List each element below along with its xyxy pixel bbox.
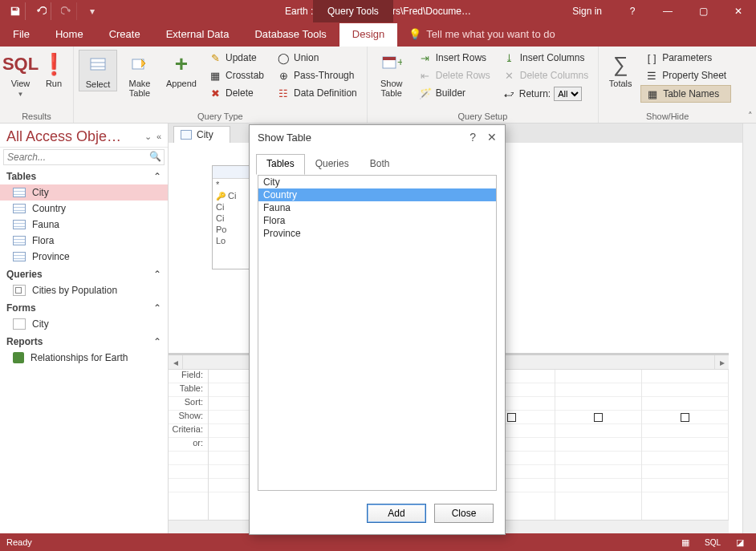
- nav-query-cities-by-population[interactable]: Cities by Population: [0, 282, 168, 298]
- tab-design[interactable]: Design: [339, 23, 397, 47]
- nav-title[interactable]: All Access Obje…: [6, 128, 121, 145]
- return-select[interactable]: All: [554, 87, 582, 101]
- list-item[interactable]: City: [258, 176, 496, 188]
- table-icon: [13, 204, 26, 213]
- add-button[interactable]: Add: [367, 504, 426, 523]
- dialog-tab-queries[interactable]: Queries: [305, 154, 360, 175]
- nav-table-flora[interactable]: Flora: [0, 233, 168, 249]
- collapse-icon: ⌃: [153, 269, 161, 280]
- insert-rows-button[interactable]: ⇥Insert Rows: [414, 50, 495, 66]
- return-icon: ⮐: [503, 87, 516, 100]
- help-icon[interactable]: ?: [615, 0, 650, 22]
- show-checkbox[interactable]: [594, 413, 603, 422]
- datadef-icon: ☷: [277, 87, 290, 99]
- nav-table-country[interactable]: Country: [0, 201, 168, 217]
- view-datasheet-icon[interactable]: ▦: [676, 535, 695, 549]
- redo-icon[interactable]: [56, 2, 77, 20]
- nav-collapse-icon[interactable]: «: [156, 132, 161, 142]
- data-definition-button[interactable]: ☷Data Definition: [272, 85, 362, 101]
- nav-group-forms[interactable]: Forms⌃: [0, 298, 168, 316]
- sign-in-link[interactable]: Sign in: [559, 6, 615, 17]
- document-tab-city[interactable]: City: [173, 126, 230, 143]
- list-item[interactable]: Country: [258, 188, 496, 201]
- show-checkbox[interactable]: [507, 413, 516, 422]
- dialog-tab-tables[interactable]: Tables: [256, 154, 305, 175]
- tab-database-tools[interactable]: Database Tools: [242, 23, 339, 47]
- builder-button[interactable]: 🪄Builder: [414, 85, 495, 101]
- view-sql-icon[interactable]: SQL: [703, 535, 722, 549]
- append-button[interactable]: +Append: [162, 50, 201, 90]
- nav-report-relationships[interactable]: Relationships for Earth: [0, 350, 168, 366]
- crosstab-button[interactable]: ▦Crosstab: [204, 67, 269, 83]
- key-icon: 🔑: [216, 192, 226, 201]
- delete-cols-icon: ✕: [503, 69, 516, 82]
- scroll-left-icon[interactable]: ◂: [169, 355, 183, 369]
- nav-table-fauna[interactable]: Fauna: [0, 217, 168, 233]
- run-button[interactable]: ❗Run: [39, 50, 68, 90]
- totals-button[interactable]: ∑Totals: [604, 50, 637, 90]
- group-show-hide: ∑Totals [ ]Parameters ☰Property Sheet ▦T…: [599, 47, 736, 123]
- passthrough-button[interactable]: ⊕Pass-Through: [272, 67, 362, 83]
- delete-rows-button[interactable]: ⇤Delete Rows: [414, 67, 495, 83]
- table-icon: [13, 188, 26, 197]
- nav-group-tables[interactable]: Tables⌃: [0, 167, 168, 184]
- delete-rows-icon: ⇤: [419, 69, 432, 82]
- list-item[interactable]: Fauna: [258, 201, 496, 214]
- table-icon: [13, 252, 26, 261]
- scroll-right-icon[interactable]: ▸: [714, 355, 729, 369]
- svg-text:+: +: [397, 55, 402, 68]
- minimize-icon[interactable]: —: [650, 0, 685, 22]
- make-table-button[interactable]: Make Table: [120, 50, 159, 99]
- group-results: SQLView▼ ❗Run Results: [0, 47, 74, 123]
- report-icon: [13, 352, 24, 363]
- show-checkbox[interactable]: [681, 413, 689, 422]
- nav-group-reports[interactable]: Reports⌃: [0, 332, 168, 350]
- nav-search-input[interactable]: [3, 149, 165, 165]
- list-item[interactable]: Province: [258, 227, 496, 240]
- close-button[interactable]: Close: [434, 504, 494, 523]
- dialog-tab-both[interactable]: Both: [360, 154, 400, 175]
- collapse-icon: ⌃: [153, 171, 161, 182]
- delete-query-button[interactable]: ✖Delete: [204, 85, 269, 101]
- union-button[interactable]: ◯Union: [272, 50, 362, 66]
- dialog-close-icon[interactable]: ✕: [487, 131, 497, 144]
- nav-dropdown-icon[interactable]: ⌄: [144, 132, 152, 142]
- tab-create[interactable]: Create: [96, 23, 153, 47]
- vertical-scrollbar[interactable]: [742, 124, 756, 533]
- save-icon[interactable]: [5, 2, 26, 20]
- close-window-icon[interactable]: ✕: [721, 0, 756, 22]
- crosstab-icon: ▦: [209, 69, 222, 82]
- nav-table-city[interactable]: City: [0, 184, 168, 201]
- table-icon: [13, 220, 26, 229]
- select-query-button[interactable]: Select: [79, 50, 117, 91]
- ribbon-collapse-icon[interactable]: ˄: [748, 111, 753, 121]
- dialog-title: Show Table: [258, 132, 311, 144]
- tab-home[interactable]: Home: [43, 23, 96, 47]
- nav-form-city[interactable]: City: [0, 316, 168, 332]
- tab-external-data[interactable]: External Data: [153, 23, 242, 47]
- tell-me[interactable]: 💡Tell me what you want to do: [397, 23, 566, 47]
- collapse-icon: ⌃: [153, 336, 161, 347]
- maximize-icon[interactable]: ▢: [685, 0, 721, 22]
- delete-columns-button[interactable]: ✕Delete Columns: [498, 67, 593, 83]
- view-design-icon[interactable]: ◪: [730, 535, 750, 549]
- insert-cols-icon: ⤓: [503, 51, 516, 64]
- dialog-table-list[interactable]: City Country Fauna Flora Province: [258, 175, 497, 491]
- qat-customize-icon[interactable]: ▾: [82, 2, 103, 20]
- dialog-help-icon[interactable]: ?: [469, 131, 476, 144]
- undo-icon[interactable]: [30, 2, 51, 20]
- nav-table-province[interactable]: Province: [0, 249, 168, 265]
- search-icon[interactable]: 🔍: [149, 151, 161, 162]
- list-item[interactable]: Flora: [258, 214, 496, 227]
- update-button[interactable]: ✎Update: [204, 50, 269, 66]
- view-button[interactable]: SQLView▼: [5, 50, 36, 101]
- return-combo[interactable]: ⮐ Return: All: [498, 85, 593, 103]
- tab-file[interactable]: File: [0, 23, 43, 47]
- nav-group-queries[interactable]: Queries⌃: [0, 265, 168, 282]
- parameters-button[interactable]: [ ]Parameters: [640, 50, 731, 66]
- table-names-button[interactable]: ▦Table Names: [640, 85, 731, 103]
- passthrough-icon: ⊕: [277, 69, 290, 82]
- property-sheet-button[interactable]: ☰Property Sheet: [640, 67, 731, 83]
- insert-columns-button[interactable]: ⤓Insert Columns: [498, 50, 593, 66]
- show-table-button[interactable]: +Show Table: [372, 50, 411, 99]
